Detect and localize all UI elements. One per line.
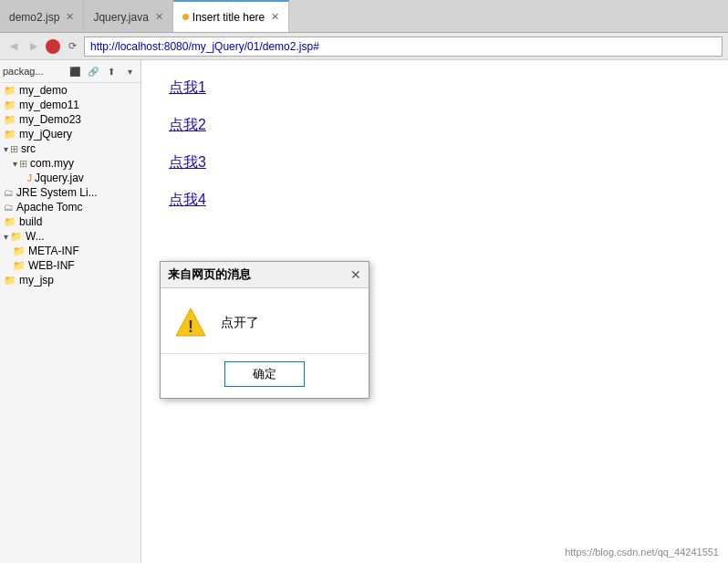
link-1[interactable]: 点我1 bbox=[169, 78, 701, 98]
browser-pane: 点我1 点我2 点我3 点我4 点我5 来自网页的消息 ✕ ! bbox=[141, 60, 728, 563]
pkg-icon: ⊞ bbox=[19, 158, 27, 170]
tab-demo2-close[interactable]: ✕ bbox=[66, 11, 74, 23]
sidebar-item-my_demo11[interactable]: 📁 my_demo11 bbox=[0, 98, 140, 112]
tab-inserttitle-label: Insert title here bbox=[192, 11, 265, 24]
tree-label: src bbox=[21, 142, 36, 155]
sidebar-btn-1[interactable]: ⬛ bbox=[67, 63, 83, 79]
tab-inserttitle[interactable]: Insert title here ✕ bbox=[173, 0, 289, 32]
tree-label: my_Demo23 bbox=[19, 113, 81, 126]
dialog-message: 点开了 bbox=[221, 315, 259, 331]
link-3[interactable]: 点我3 bbox=[169, 153, 701, 172]
watermark: https://blog.csdn.net/qq_44241551 bbox=[565, 547, 719, 558]
back-button[interactable]: ◀ bbox=[5, 38, 22, 55]
sidebar-item-my_jQuery[interactable]: 📁 my_jQuery bbox=[0, 127, 140, 141]
java-file-icon: J bbox=[27, 173, 32, 183]
lib-icon: 🗂 bbox=[4, 202, 14, 213]
tab-jquery-close[interactable]: ✕ bbox=[155, 11, 163, 23]
stop-button[interactable] bbox=[46, 39, 60, 54]
tree-label: WEB-INF bbox=[28, 259, 75, 272]
tree-label: META-INF bbox=[28, 245, 79, 257]
folder-icon: 📁 bbox=[4, 129, 16, 141]
tree-label: build bbox=[19, 215, 42, 228]
dialog-titlebar: 来自网页的消息 ✕ bbox=[161, 262, 369, 288]
expand-arrow: ▾ bbox=[4, 232, 8, 242]
sidebar: packag... ⬛ 🔗 ⬆ ▾ 📁 my_demo 📁 my_demo11 … bbox=[0, 60, 141, 563]
sidebar-item-jre[interactable]: 🗂 JRE System Li... bbox=[0, 185, 140, 200]
expand-arrow: ▾ bbox=[13, 159, 17, 169]
browser-content: 点我1 点我2 点我3 点我4 点我5 bbox=[141, 60, 728, 284]
sidebar-item-com_myy[interactable]: ▾ ⊞ com.myy bbox=[0, 156, 140, 171]
sidebar-item-build[interactable]: 📁 build bbox=[0, 214, 140, 229]
folder-icon: 📁 bbox=[4, 216, 16, 228]
tree-label: my_jQuery bbox=[19, 128, 72, 141]
tab-bar: demo2.jsp ✕ Jquery.java ✕ Insert title h… bbox=[0, 0, 728, 33]
folder-icon: 📁 bbox=[4, 85, 16, 97]
tree-label: W... bbox=[26, 230, 45, 243]
warning-icon: ! bbox=[174, 307, 207, 339]
sidebar-btn-2[interactable]: 🔗 bbox=[85, 63, 101, 79]
tab-jquery[interactable]: Jquery.java ✕ bbox=[84, 0, 172, 32]
refresh-button[interactable]: ⟳ bbox=[64, 38, 80, 55]
folder-icon: 📁 bbox=[4, 99, 16, 111]
folder-icon: 📁 bbox=[10, 231, 23, 243]
dialog-footer: 确定 bbox=[161, 353, 369, 398]
alert-dialog: 来自网页的消息 ✕ ! 点开了 确定 bbox=[160, 261, 369, 399]
sidebar-item-src[interactable]: ▾ ⊞ src bbox=[0, 141, 140, 156]
tree-label: my_demo bbox=[19, 84, 68, 97]
address-bar: ◀ ▶ ⟳ bbox=[0, 33, 728, 60]
tab-inserttitle-dot bbox=[182, 14, 189, 20]
sidebar-item-my_demo[interactable]: 📁 my_demo bbox=[0, 83, 140, 98]
svg-text:!: ! bbox=[188, 318, 193, 336]
url-input[interactable] bbox=[84, 36, 723, 57]
pkg-icon: ⊞ bbox=[10, 143, 18, 155]
sidebar-item-my_jsp[interactable]: 📁 my_jsp bbox=[0, 273, 140, 287]
expand-arrow: ▾ bbox=[4, 144, 8, 154]
main-area: packag... ⬛ 🔗 ⬆ ▾ 📁 my_demo 📁 my_demo11 … bbox=[0, 60, 728, 563]
dialog-body: ! 点开了 bbox=[161, 288, 369, 353]
tree-label: my_jsp bbox=[19, 274, 54, 287]
folder-icon: 📁 bbox=[4, 275, 16, 287]
sidebar-toolbar: packag... ⬛ 🔗 ⬆ ▾ bbox=[0, 60, 140, 83]
folder-icon: 📁 bbox=[13, 260, 26, 272]
ide-container: demo2.jsp ✕ Jquery.java ✕ Insert title h… bbox=[0, 0, 728, 563]
folder-icon: 📁 bbox=[13, 245, 26, 257]
tab-demo2[interactable]: demo2.jsp ✕ bbox=[0, 0, 84, 32]
sidebar-btn-4[interactable]: ▾ bbox=[121, 63, 138, 79]
tree-label: Apache Tomc bbox=[16, 201, 83, 214]
sidebar-item-W[interactable]: ▾ 📁 W... bbox=[0, 229, 140, 244]
forward-button[interactable]: ▶ bbox=[26, 38, 42, 55]
link-2[interactable]: 点我2 bbox=[169, 116, 701, 135]
dialog-ok-button[interactable]: 确定 bbox=[224, 361, 305, 387]
tree-label: my_demo11 bbox=[19, 99, 79, 111]
folder-icon: 📁 bbox=[4, 114, 16, 126]
sidebar-item-my_Demo23[interactable]: 📁 my_Demo23 bbox=[0, 112, 140, 127]
tree-label: Jquery.jav bbox=[35, 172, 84, 184]
sidebar-item-apache[interactable]: 🗂 Apache Tomc bbox=[0, 200, 140, 214]
tree-label: com.myy bbox=[30, 157, 74, 170]
sidebar-item-META-INF[interactable]: 📁 META-INF bbox=[0, 244, 140, 258]
lib-icon: 🗂 bbox=[4, 187, 14, 198]
link-4[interactable]: 点我4 bbox=[169, 191, 701, 210]
tab-jquery-label: Jquery.java bbox=[93, 11, 148, 24]
sidebar-item-jquery_java[interactable]: J Jquery.jav bbox=[0, 171, 140, 185]
dialog-close-button[interactable]: ✕ bbox=[350, 267, 361, 282]
sidebar-btn-3[interactable]: ⬆ bbox=[103, 63, 120, 79]
tab-demo2-label: demo2.jsp bbox=[9, 11, 59, 24]
sidebar-title: packag... bbox=[3, 66, 44, 77]
tab-inserttitle-close[interactable]: ✕ bbox=[271, 11, 279, 23]
dialog-title: 来自网页的消息 bbox=[168, 266, 251, 283]
sidebar-item-WEB-INF[interactable]: 📁 WEB-INF bbox=[0, 258, 140, 273]
tree-label: JRE System Li... bbox=[16, 186, 98, 199]
